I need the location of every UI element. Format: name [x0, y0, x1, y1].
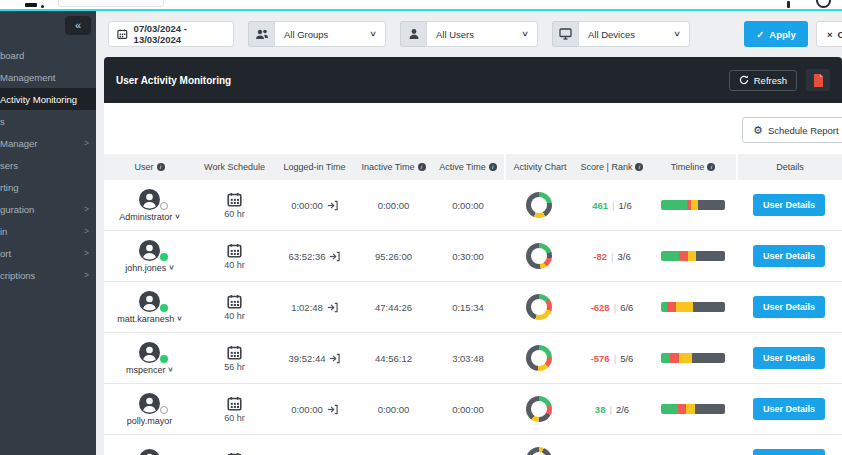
- activity-chart-cell: [504, 396, 574, 422]
- table-header-cell: Details: [736, 154, 842, 180]
- info-icon[interactable]: i: [635, 163, 643, 171]
- apply-button[interactable]: ✓ Apply: [744, 21, 808, 47]
- table-row: mspencer > 56 hr 39:52:44 44: [104, 333, 842, 384]
- work-schedule-cell: 40 hr: [195, 243, 274, 270]
- rank-value: 6/6: [620, 302, 633, 313]
- clear-button[interactable]: × Clear: [816, 21, 842, 47]
- active-time-cell: 0:15:34: [432, 302, 504, 313]
- donut-hole: [531, 248, 547, 264]
- score-separator: |: [614, 353, 616, 364]
- avatar: [139, 189, 160, 210]
- users-select[interactable]: All Users >: [426, 21, 538, 47]
- refresh-button[interactable]: Refresh: [729, 70, 797, 91]
- chevron-right-icon: >: [84, 204, 89, 214]
- schedule-report-button[interactable]: ⚙ Schedule Report: [742, 117, 842, 143]
- inactive-time-cell: 47:44:26: [355, 302, 432, 313]
- sidebar-item[interactable]: s: [0, 110, 96, 132]
- user-name: Administrator: [119, 212, 172, 222]
- logged-in-time-cell: 1:02:48: [274, 302, 355, 313]
- inactive-time: 0:00:00: [378, 200, 410, 211]
- sidebar-item-label: Activity Monitoring: [0, 94, 77, 105]
- calendar-icon: [227, 243, 242, 258]
- donut-hole: [531, 350, 547, 366]
- user-details-button[interactable]: User Details: [753, 449, 825, 455]
- sidebar-item-label: criptions: [0, 270, 35, 281]
- user-name-dropdown[interactable]: polly.mayor: [127, 416, 172, 426]
- info-icon[interactable]: i: [489, 163, 497, 171]
- sidebar-item[interactable]: board: [0, 44, 96, 66]
- info-icon[interactable]: i: [418, 163, 426, 171]
- score-rank-cell: 461 | 1/6: [574, 200, 650, 211]
- info-icon[interactable]: i: [707, 163, 715, 171]
- user-details-button[interactable]: User Details: [753, 296, 825, 318]
- activity-donut-chart: [526, 345, 552, 371]
- logo-fragment: [25, 3, 37, 7]
- details-cell: User Details: [736, 194, 842, 216]
- timeline-bar: [661, 404, 725, 414]
- devices-select[interactable]: All Devices >: [578, 21, 690, 47]
- header-label: User: [134, 162, 153, 172]
- sidebar-collapse-button[interactable]: «: [65, 16, 91, 35]
- user-name-dropdown[interactable]: john.jones >: [125, 263, 174, 273]
- logged-in-time: 0:00:00: [291, 200, 323, 211]
- user-details-button[interactable]: User Details: [753, 347, 825, 369]
- user-avatar-icon: [139, 189, 160, 210]
- user-avatar-icon: [139, 449, 160, 455]
- panel-title: User Activity Monitoring: [116, 75, 231, 86]
- sidebar-item[interactable]: Manager >: [0, 132, 96, 154]
- schedule-hours: 60 hr: [224, 413, 245, 423]
- score-value: -576: [591, 353, 610, 364]
- score-separator: |: [614, 302, 616, 313]
- user-avatar-icon-fragment[interactable]: [816, 0, 831, 8]
- date-range-value: 07/03/2024 - 13/03/2024: [134, 23, 225, 45]
- activity-chart-cell: [504, 243, 574, 269]
- status-dot: [160, 253, 168, 261]
- donut-hole: [531, 401, 547, 417]
- sidebar-item[interactable]: ort >: [0, 242, 96, 264]
- score-value: -628: [591, 302, 610, 313]
- user-cell: john.jones >: [104, 240, 195, 273]
- logged-in-time: 39:52:44: [289, 353, 326, 364]
- sidebar-item-label: sers: [0, 160, 18, 171]
- info-icon[interactable]: i: [157, 163, 165, 171]
- sidebar-item[interactable]: Activity Monitoring: [0, 88, 96, 110]
- check-icon: ✓: [756, 29, 764, 40]
- groups-select[interactable]: All Groups >: [274, 21, 386, 47]
- chevron-right-icon: >: [84, 270, 89, 280]
- user-name-dropdown[interactable]: matt.karanesh >: [117, 314, 182, 324]
- search-input-fragment[interactable]: [58, 0, 164, 7]
- header-label: Activity Chart: [513, 162, 566, 172]
- logged-in-time-cell: 0:00:00: [274, 404, 355, 415]
- table-header-cell: Score | Rank i: [574, 154, 650, 180]
- user-details-button[interactable]: User Details: [753, 245, 825, 267]
- activity-donut-chart: [526, 192, 552, 218]
- sidebar-item[interactable]: in >: [0, 220, 96, 242]
- sidebar-item[interactable]: Management: [0, 66, 96, 88]
- header-label: Timeline: [671, 162, 705, 172]
- user-details-button[interactable]: User Details: [753, 398, 825, 420]
- sidebar-item[interactable]: criptions >: [0, 264, 96, 286]
- notification-icon-fragment[interactable]: [787, 1, 790, 8]
- user-name-dropdown[interactable]: mspencer >: [126, 365, 173, 375]
- table-row: matt.karanesh > 40 hr 1:02:48: [104, 282, 842, 333]
- score-rank-cell: -82 | 3/6: [574, 251, 650, 262]
- timeline-cell: [650, 302, 736, 312]
- chevron-right-icon: >: [84, 248, 89, 258]
- score-value: 38: [595, 404, 606, 415]
- user-name-dropdown[interactable]: Administrator >: [119, 212, 180, 222]
- main-area: 07/03/2024 - 13/03/2024 All Groups > All…: [96, 11, 842, 455]
- details-cell: User Details: [736, 296, 842, 318]
- header-label: Inactive Time: [361, 162, 414, 172]
- date-range-picker[interactable]: 07/03/2024 - 13/03/2024: [108, 21, 234, 47]
- user-cell: Administrator >: [104, 189, 195, 222]
- export-pdf-button[interactable]: [806, 69, 830, 91]
- score-separator: |: [609, 404, 611, 415]
- user-details-button[interactable]: User Details: [753, 194, 825, 216]
- sidebar-item-label: Management: [0, 72, 55, 83]
- sidebar-item[interactable]: rting: [0, 176, 96, 198]
- chevron-down-icon: >: [369, 32, 379, 37]
- logged-in-time-cell: 39:52:44: [274, 353, 355, 364]
- sidebar-item[interactable]: guration >: [0, 198, 96, 220]
- user-name: polly.mayor: [127, 416, 172, 426]
- sidebar-item[interactable]: sers: [0, 154, 96, 176]
